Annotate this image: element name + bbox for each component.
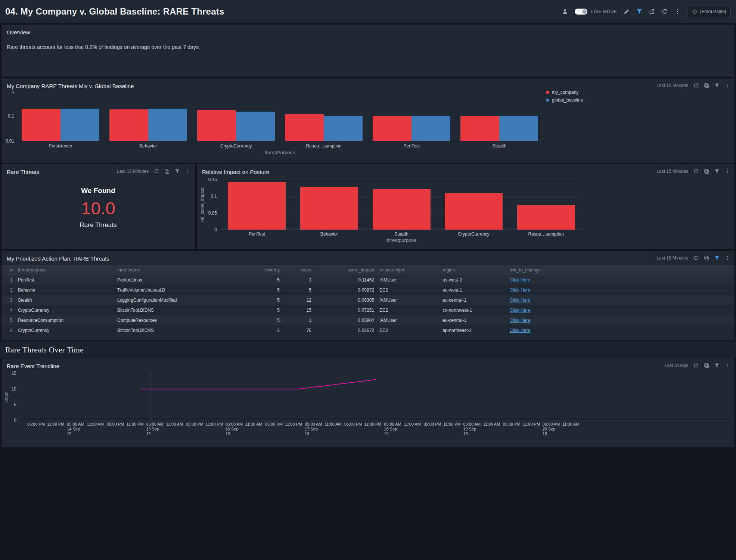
dashboard-page: 04. My Company v. Global Baseline: RARE … [0, 0, 736, 560]
chart-bar[interactable] [517, 205, 575, 230]
chart-bar-my_company[interactable] [285, 114, 324, 141]
chart-bar-my_company[interactable] [197, 110, 236, 141]
chart-bar[interactable] [300, 187, 358, 230]
findings-link[interactable]: Click Here [507, 308, 729, 313]
kebab-menu-icon[interactable] [185, 169, 190, 174]
findings-link[interactable]: Click Here [507, 277, 729, 283]
column-header-region[interactable]: region [442, 267, 507, 273]
table-cell: eu-central-1 [442, 318, 507, 323]
x-tick-label: 11:00 PM [126, 422, 149, 427]
x-tick-label: 11:00 PM [364, 422, 386, 427]
kebab-menu-icon[interactable] [725, 169, 730, 174]
x-tick-label: 11:00 PM [523, 422, 545, 427]
chart-bar-my_company[interactable] [109, 109, 148, 141]
chart-bar-global_baseline[interactable] [499, 116, 538, 141]
legend-item-global_baseline[interactable]: global_baseline [546, 97, 583, 103]
trend-x-axis: 05:00 PM11:00 PM05:00 AM14 Sep1911:00 AM… [21, 422, 733, 439]
panel-controls: Last 3 Days [665, 363, 730, 368]
table-cell: PenTest [18, 277, 117, 283]
copy-icon[interactable] [704, 255, 709, 261]
filter-icon[interactable] [714, 169, 720, 174]
live-mode-toggle[interactable] [575, 9, 587, 15]
x-category-label: Stealth [456, 143, 543, 149]
x-tick-label: 11:00 AM [404, 422, 426, 427]
chart-bar-global_baseline[interactable] [412, 116, 450, 141]
chart-bar-global_baseline[interactable] [148, 109, 187, 141]
legend-swatch [546, 91, 549, 94]
filter-icon[interactable] [714, 83, 720, 88]
chart-bar-global_baseline[interactable] [236, 112, 275, 141]
export-icon[interactable] [649, 9, 655, 15]
findings-link[interactable]: Click Here [507, 318, 729, 323]
copy-icon[interactable] [704, 83, 709, 88]
from-panel-button[interactable]: [From Panel] [687, 6, 731, 17]
copy-icon[interactable] [704, 363, 709, 368]
refresh-icon[interactable] [693, 83, 699, 88]
table-row: 6CryptoCurrencyBitcoinTool.B!DNS2760.036… [1, 325, 735, 335]
table-cell: LoggingConfigurationModified [117, 298, 250, 303]
edit-icon[interactable] [624, 9, 630, 15]
trend-y-axis: 051015 [1, 358, 17, 447]
chart-bar-global_baseline[interactable] [324, 116, 363, 141]
table-cell: 5 [280, 287, 311, 293]
column-header-score-impact[interactable]: score_impact [311, 267, 374, 273]
column-header-resourcetype[interactable]: resourcetype [374, 267, 442, 273]
column-header-count[interactable]: count [280, 267, 311, 273]
time-range-label[interactable]: Last 15 Minutes [656, 83, 688, 88]
chart-bar-my_company[interactable] [373, 116, 412, 141]
findings-link[interactable]: Click Here [507, 328, 729, 333]
findings-link[interactable]: Click Here [507, 298, 729, 303]
chart-bar-global_baseline[interactable] [60, 109, 99, 141]
column-header-threatname[interactable]: threatname [117, 267, 250, 273]
refresh-icon[interactable] [693, 255, 699, 261]
table-cell: 2 [250, 328, 280, 333]
x-tick-label: 11:00 PM [444, 422, 466, 427]
column-header-link-to-findings[interactable]: link_to_findings [507, 267, 729, 273]
column-header-severity[interactable]: severity [250, 267, 280, 273]
x-tick-label: 05:00 AM17 Sep19 [305, 422, 327, 436]
refresh-icon[interactable] [693, 169, 699, 174]
chart-bar-my_company[interactable] [22, 109, 60, 141]
time-range-label[interactable]: Last 15 Minutes [117, 169, 149, 174]
refresh-icon[interactable] [662, 9, 668, 15]
kebab-menu-icon[interactable] [725, 363, 730, 368]
filter-icon[interactable] [714, 363, 720, 368]
time-range-label[interactable]: Last 15 Minutes [656, 255, 688, 261]
filter-icon[interactable] [714, 255, 720, 261]
dashboard-header: 04. My Company v. Global Baseline: RARE … [0, 0, 736, 23]
table-cell: 5 [250, 287, 280, 293]
filter-icon[interactable] [175, 169, 180, 174]
x-category-label: Resou…sumption [510, 231, 582, 237]
kebab-menu-icon[interactable] [725, 255, 730, 261]
gridline [221, 180, 582, 180]
time-range-label[interactable]: Last 15 Minutes [656, 169, 688, 174]
action-plan-table: #threatpurposethreatnameseveritycountsco… [1, 265, 735, 335]
trend-line-count [140, 380, 376, 389]
refresh-icon[interactable] [154, 169, 159, 174]
time-range-label[interactable]: Last 3 Days [665, 363, 688, 368]
y-tick-label: 0 [14, 418, 16, 423]
x-category-label: Persistence [16, 143, 104, 149]
legend-item-my_company[interactable]: my_company [546, 90, 583, 95]
copy-icon[interactable] [164, 169, 170, 174]
refresh-icon[interactable] [693, 363, 699, 368]
x-category-label: Stealth [365, 231, 438, 237]
chart-bar-my_company[interactable] [460, 116, 499, 141]
column-header-col-0[interactable]: # [7, 267, 18, 273]
copy-icon[interactable] [704, 169, 709, 174]
column-header-threatpurpose[interactable]: threatpurpose [18, 267, 117, 273]
kebab-menu-icon[interactable] [674, 9, 680, 15]
x-category-label: CryptoCurrency [192, 143, 280, 149]
chart-bar[interactable] [228, 182, 286, 230]
table-cell: BitcoinTool.B!DNS [117, 328, 250, 333]
x-category-label: PenTest [368, 143, 456, 149]
chart-bar[interactable] [373, 189, 431, 230]
findings-link[interactable]: Click Here [507, 287, 729, 293]
y-tick-label: 0.1 [8, 113, 14, 119]
x-category-label: Behavior [293, 231, 366, 237]
chart-bar[interactable] [445, 193, 503, 230]
impact-y-axis: 00.050.10.15 [204, 164, 218, 249]
kebab-menu-icon[interactable] [725, 83, 730, 88]
filter-icon[interactable] [636, 9, 642, 15]
x-tick-label: 11:00 AM [166, 422, 189, 427]
